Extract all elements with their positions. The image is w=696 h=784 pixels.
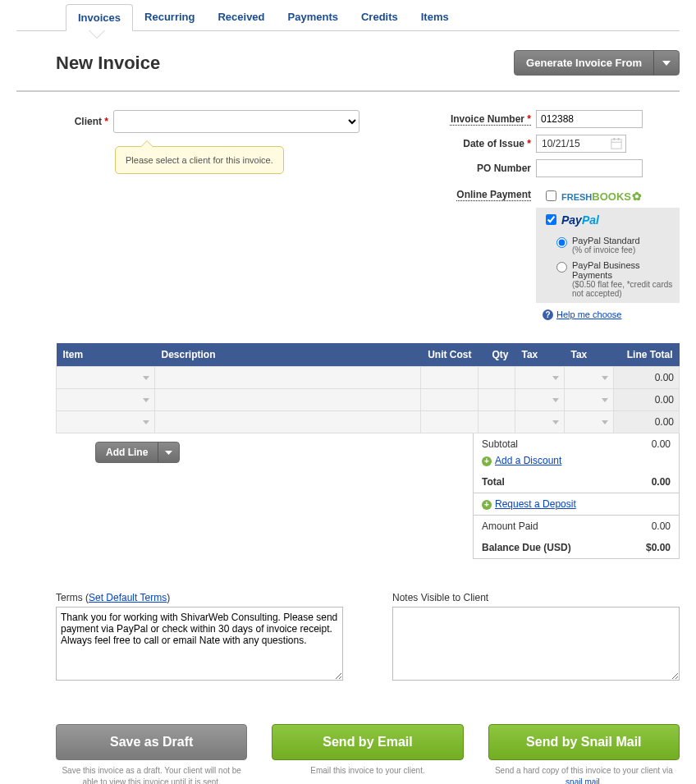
payment-paypal[interactable]: PayPal [536,208,680,232]
date-of-issue-label: Date of Issue * [429,138,536,149]
notes-textarea[interactable] [392,607,680,681]
chevron-down-icon[interactable] [158,442,179,462]
item-cell[interactable] [57,367,155,389]
page-title: New Invoice [56,53,160,74]
date-of-issue-input[interactable]: 10/21/15 [536,135,626,153]
send-email-desc: Email this invoice to your client. [272,765,463,777]
client-tooltip: Please select a client for this invoice. [115,146,284,174]
item-cell[interactable] [57,389,155,411]
tax2-cell[interactable] [565,389,614,411]
po-number-label: PO Number [429,163,536,174]
question-icon: ? [543,309,553,320]
freshbooks-checkbox[interactable] [546,190,556,201]
linetotal-cell: 0.00 [614,411,680,433]
set-default-terms-link[interactable]: Set Default Terms [89,592,167,603]
send-snail-button[interactable]: Send by Snail Mail [488,724,680,760]
line-row: 0.00 [57,389,680,411]
line-row: 0.00 [57,367,680,389]
calendar-icon [611,138,622,149]
qty-cell[interactable] [478,389,515,411]
tax1-cell[interactable] [515,389,565,411]
help-me-choose-link[interactable]: Help me choose [556,309,622,319]
paypal-standard-radio[interactable] [556,237,567,248]
totals-box: Subtotal 0.00 +Add a Discount Total 0.00… [473,433,680,559]
subtotal-value: 0.00 [652,438,671,450]
paypal-business-radio[interactable] [556,262,567,273]
plus-icon: + [482,456,492,466]
terms-textarea[interactable] [56,607,343,681]
col-unitcost: Unit Cost [421,343,478,367]
nav-tabs: Invoices Recurring Received Payments Cre… [16,4,680,31]
request-deposit-link[interactable]: Request a Deposit [495,498,576,510]
payment-freshbooks[interactable]: FRESHBOOKS✿ [536,184,680,208]
tax1-cell[interactable] [515,367,565,389]
client-select[interactable] [113,110,359,133]
client-label: Client * [56,116,113,127]
qty-cell[interactable] [478,411,515,433]
notes-label: Notes Visible to Client [392,592,680,603]
col-description: Description [155,343,421,367]
unitcost-cell[interactable] [421,367,478,389]
unitcost-cell[interactable] [421,389,478,411]
freshbooks-logo: FRESHBOOKS✿ [561,190,642,203]
save-draft-button[interactable]: Save as Draft [56,724,247,760]
amount-paid-value: 0.00 [652,520,671,532]
add-line-button[interactable]: Add Line [95,442,180,463]
invoice-number-label: Invoice Number * [429,113,536,125]
svg-rect-2 [614,138,616,140]
balance-due-value: $0.00 [646,542,671,553]
col-tax1: Tax [515,343,565,367]
po-number-input[interactable] [536,159,643,177]
send-snail-desc: Send a hard copy of this invoice to your… [488,765,680,784]
tax1-cell[interactable] [515,411,565,433]
tab-received[interactable]: Received [206,4,276,30]
terms-label: Terms (Set Default Terms) [56,592,343,603]
tab-items[interactable]: Items [410,4,460,30]
subtotal-label: Subtotal [482,438,518,450]
amount-paid-label: Amount Paid [482,520,538,532]
unitcost-cell[interactable] [421,411,478,433]
generate-invoice-button[interactable]: Generate Invoice From [514,50,680,76]
linetotal-cell: 0.00 [614,367,680,389]
svg-rect-3 [618,138,620,140]
linetotal-cell: 0.00 [614,389,680,411]
tab-recurring[interactable]: Recurring [133,4,206,30]
help-me-choose: ?Help me choose [536,303,680,327]
paypal-standard-option[interactable]: PayPal Standard (% of invoice fee) [546,232,680,256]
line-items-table: Item Description Unit Cost Qty Tax Tax L… [56,343,680,433]
col-tax2: Tax [565,343,614,367]
col-qty: Qty [478,343,515,367]
tab-credits[interactable]: Credits [350,4,410,30]
total-value: 0.00 [652,476,671,488]
snail-mail-link[interactable]: snail mail [566,777,600,784]
col-item: Item [57,343,155,367]
add-discount-link[interactable]: Add a Discount [495,455,561,466]
item-cell[interactable] [57,411,155,433]
line-row: 0.00 [57,411,680,433]
tab-invoices[interactable]: Invoices [66,4,133,31]
desc-cell[interactable] [155,367,421,389]
plus-icon: + [482,500,492,510]
tab-pointer [89,30,105,39]
tax2-cell[interactable] [565,367,614,389]
col-linetotal: Line Total [614,343,680,367]
qty-cell[interactable] [478,367,515,389]
generate-invoice-label: Generate Invoice From [515,51,653,75]
total-label: Total [482,476,505,488]
invoice-number-input[interactable] [536,110,643,128]
online-payment-label: Online Payment [429,184,536,200]
paypal-logo: PayPal [561,213,599,227]
svg-rect-0 [611,140,621,149]
desc-cell[interactable] [155,389,421,411]
tab-payments[interactable]: Payments [277,4,350,30]
balance-due-label: Balance Due (USD) [482,542,571,553]
save-draft-desc: Save this invoice as a draft. Your clien… [56,765,247,784]
chevron-down-icon[interactable] [653,51,679,75]
send-email-button[interactable]: Send by Email [272,724,463,760]
tax2-cell[interactable] [565,411,614,433]
paypal-checkbox[interactable] [546,214,556,225]
paypal-business-option[interactable]: PayPal Business Payments ($0.50 flat fee… [546,256,680,300]
desc-cell[interactable] [155,411,421,433]
